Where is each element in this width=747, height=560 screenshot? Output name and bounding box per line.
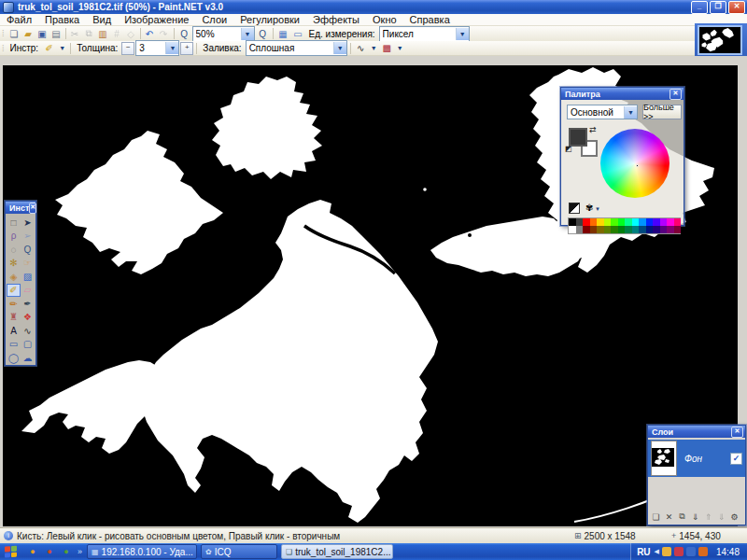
palette-swatch-0[interactable] [569, 218, 576, 226]
fill-style-combo[interactable]: Сплошная ▼ [246, 40, 347, 56]
open-image-thumbnail[interactable] [698, 25, 742, 55]
width-increase-button[interactable]: + [180, 42, 193, 55]
palette-swatch-9[interactable] [632, 218, 640, 226]
zoom-out-icon[interactable]: Q [177, 27, 191, 40]
layer-visibility-checkbox[interactable]: ✓ [730, 453, 742, 465]
palette-swatch-10[interactable] [639, 218, 646, 226]
close-icon[interactable]: ✕ [731, 427, 743, 438]
zoom-level-combo[interactable]: 50% ▼ [192, 26, 255, 42]
open-file-icon[interactable]: ▰ [21, 27, 35, 40]
tray-icon-2[interactable] [674, 547, 684, 556]
minimize-button[interactable]: _ [691, 1, 708, 14]
color-mode-combo[interactable]: Основной ▼ [567, 105, 638, 119]
color-wheel[interactable] [600, 129, 669, 198]
tool-move-selected-pixels[interactable]: ➤ [21, 216, 35, 230]
tool-zoom[interactable]: Q [21, 243, 35, 257]
palette-swatch-27[interactable] [646, 226, 654, 233]
tray-icon-1[interactable] [662, 547, 671, 556]
taskbar-button-paintnet[interactable]: ❏truk_tol_soil_1981C2... [281, 544, 393, 559]
palette-swatch-19[interactable] [590, 226, 598, 233]
menu-item-Окно[interactable]: Окно [366, 14, 403, 26]
palette-swatch-2[interactable] [583, 218, 590, 226]
chevron-down-icon[interactable]: ▼ [395, 43, 405, 54]
layer-properties-icon[interactable]: ⚙ [728, 511, 740, 523]
menu-item-Файл[interactable]: Файл [0, 14, 38, 26]
tool-text[interactable]: A [7, 324, 21, 338]
menu-item-Слои[interactable]: Слои [195, 14, 233, 26]
menu-item-Регулировки[interactable]: Регулировки [233, 14, 306, 26]
palette-swatch-29[interactable] [660, 226, 668, 233]
tool-magic-wand[interactable]: ✻ [7, 257, 21, 271]
quick-launch-icon-1[interactable]: ● [26, 545, 39, 558]
chevron-down-icon[interactable]: ▼ [241, 28, 254, 40]
paste-icon[interactable]: ▥ [96, 27, 110, 40]
add-layer-icon[interactable]: ❏ [650, 511, 662, 523]
menu-item-Эффекты[interactable]: Эффекты [306, 14, 366, 26]
start-button[interactable] [5, 545, 19, 558]
tool-ellipse-select[interactable]: ◌ [7, 243, 21, 257]
menu-item-Изображение[interactable]: Изображение [118, 14, 195, 26]
palette-swatch-31[interactable] [674, 226, 682, 233]
antialias-mode-icon[interactable]: ∿ [354, 42, 368, 55]
delete-layer-icon[interactable]: ✕ [663, 511, 675, 523]
palette-swatch-26[interactable] [639, 226, 646, 233]
tool-rectangle[interactable]: ▭ [7, 338, 21, 352]
menu-item-Вид[interactable]: Вид [86, 14, 118, 26]
palette-window[interactable]: Палитра ✕ Основной ▼ Больше >> ⇄ ◩ ✾ ▼ [560, 87, 684, 226]
palette-swatch-21[interactable] [604, 226, 612, 233]
title-bar[interactable]: truk_tol_soil_1981C2.tif (50%) - Paint.N… [0, 0, 747, 14]
merge-down-icon[interactable]: ⇓ [689, 511, 701, 523]
palette-swatch-3[interactable] [590, 218, 598, 226]
palette-swatch-15[interactable] [674, 218, 682, 226]
palette-swatch-22[interactable] [611, 226, 618, 233]
width-decrease-button[interactable]: − [121, 42, 134, 55]
palette-swatch-8[interactable] [625, 218, 632, 226]
maximize-button[interactable]: ❐ [710, 1, 726, 14]
primary-color-swatch[interactable] [569, 128, 587, 147]
tools-window[interactable]: Инст ✕ □➤ρ➢◌Q✻☞◈▨✐▱✏✒♜❖A∿▭▢◯☁ [5, 201, 36, 366]
tool-paintbrush[interactable]: ✐ [7, 284, 21, 298]
close-icon[interactable]: ✕ [29, 203, 36, 214]
palette-swatch-13[interactable] [660, 218, 668, 226]
palette-swatch-23[interactable] [618, 226, 626, 233]
new-file-icon[interactable]: ❏ [7, 27, 21, 40]
chevron-down-icon[interactable]: ▼ [57, 43, 67, 54]
duplicate-layer-icon[interactable]: ⧉ [676, 511, 688, 523]
tool-ellipse[interactable]: ◯ [7, 351, 21, 365]
close-icon[interactable]: ✕ [669, 89, 682, 100]
grid-toggle-icon[interactable]: ▦ [276, 27, 290, 40]
current-tool-brush-icon[interactable]: ✐ [42, 42, 56, 55]
language-indicator[interactable]: RU [637, 547, 650, 557]
palette-swatch-30[interactable] [667, 226, 674, 233]
palette-swatch-5[interactable] [604, 218, 612, 226]
swap-colors-icon[interactable]: ⇄ [589, 125, 597, 134]
print-icon[interactable]: ▤ [49, 27, 63, 40]
layers-window[interactable]: Слои ✕ Фон ✓ ❏✕⧉⇓⇑⇓⚙ [647, 425, 746, 525]
tool-line-curve[interactable]: ∿ [21, 324, 35, 338]
tool-rectangle-select[interactable]: □ [7, 216, 21, 230]
add-color-icon[interactable]: ✾ ▼ [585, 203, 600, 213]
tool-color-picker[interactable]: ✒ [21, 297, 35, 311]
tool-move-selection[interactable]: ➢ [21, 230, 35, 244]
tray-collapse-icon[interactable]: ◀ [655, 548, 659, 555]
chevron-down-icon[interactable]: ▼ [165, 42, 178, 54]
palette-swatch-28[interactable] [653, 226, 660, 233]
menu-item-Справка[interactable]: Справка [403, 14, 457, 26]
palette-swatch-25[interactable] [632, 226, 640, 233]
quick-launch-icon-3[interactable]: ● [60, 545, 73, 558]
chevron-down-icon[interactable]: ▼ [333, 42, 346, 54]
palette-swatch-6[interactable] [611, 218, 618, 226]
units-combo[interactable]: Пиксел ▼ [379, 26, 470, 42]
palette-swatch-4[interactable] [597, 218, 604, 226]
quick-launch-chevron-icon[interactable]: » [78, 547, 82, 556]
reset-colors-icon[interactable]: ◩ [565, 145, 572, 153]
quick-launch-icon-2[interactable]: ● [43, 545, 56, 558]
tool-eraser[interactable]: ▱ [21, 284, 35, 298]
palette-swatch-24[interactable] [625, 226, 632, 233]
taskbar-button-remote[interactable]: ▦192.168.0.100 - Уда... [87, 544, 197, 559]
tool-pan[interactable]: ☞ [21, 257, 35, 271]
palette-swatch-16[interactable] [569, 226, 576, 233]
ruler-toggle-icon[interactable]: ▭ [291, 27, 305, 40]
close-button[interactable]: ✕ [728, 1, 745, 14]
layers-window-titlebar[interactable]: Слои ✕ [648, 426, 745, 438]
